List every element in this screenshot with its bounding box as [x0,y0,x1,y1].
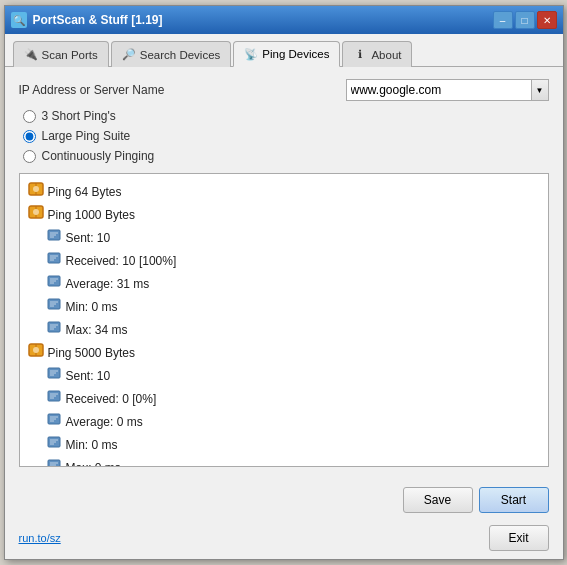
tab-ping[interactable]: 📡 Ping Devices [233,41,340,67]
tree-item-text: Min: 0 ms [66,436,118,454]
radio-large-ping-input[interactable] [23,130,36,143]
tree-item: Min: 0 ms [28,433,540,456]
tree-item: Received: 10 [100%] [28,249,540,272]
window-title: PortScan & Stuff [1.19] [33,13,163,27]
maximize-button[interactable]: □ [515,11,535,29]
tab-search[interactable]: 🔎 Search Devices [111,41,232,67]
radio-continuous-ping-input[interactable] [23,150,36,163]
tab-scan-label: Scan Ports [42,49,98,61]
stat-node-icon [46,250,62,271]
close-button[interactable]: ✕ [537,11,557,29]
start-button[interactable]: Start [479,487,549,513]
stat-node-icon [46,457,62,467]
tree-item: Max: 34 ms [28,318,540,341]
tabbar: 🔌 Scan Ports 🔎 Search Devices 📡 Ping Dev… [5,34,563,67]
titlebar: 🔍 PortScan & Stuff [1.19] – □ ✕ [5,6,563,34]
radio-continuous-ping-label: Continuously Pinging [42,149,155,163]
radio-short-ping[interactable]: 3 Short Ping's [23,109,549,123]
tree-item-text: Ping 5000 Bytes [48,344,135,362]
ping-node-icon [28,181,44,202]
minimize-button[interactable]: – [493,11,513,29]
radio-continuous-ping[interactable]: Continuously Pinging [23,149,549,163]
tree-item: Received: 0 [0%] [28,387,540,410]
tree-item-text: Ping 1000 Bytes [48,206,135,224]
stat-node-icon [46,227,62,248]
tree-item: Average: 31 ms [28,272,540,295]
tab-about[interactable]: ℹ About [342,41,412,67]
stat-node-icon [46,388,62,409]
tree-item-text: Min: 0 ms [66,298,118,316]
tab-about-label: About [371,49,401,61]
tree-item-text: Average: 31 ms [66,275,150,293]
main-content: IP Address or Server Name ▼ 3 Short Ping… [5,67,563,479]
tree-item: Ping 1000 Bytes [28,203,540,226]
bottom-bar: Save Start [5,479,563,521]
stat-node-icon [46,434,62,455]
svg-point-5 [33,209,39,215]
titlebar-left: 🔍 PortScan & Stuff [1.19] [11,12,163,28]
radio-short-ping-label: 3 Short Ping's [42,109,116,123]
ping-node-icon [28,342,44,363]
tab-search-label: Search Devices [140,49,221,61]
radio-group: 3 Short Ping's Large Ping Suite Continuo… [19,109,549,163]
tree-item: Max: 0 ms [28,456,540,467]
exit-button[interactable]: Exit [489,525,549,551]
tree-item-text: Received: 10 [100%] [66,252,177,270]
tree-item: Sent: 10 [28,226,540,249]
results-box: Ping 64 Bytes Ping 1000 Bytes Sent: 10 R… [19,173,549,467]
tree-item-text: Average: 0 ms [66,413,143,431]
tree-item-text: Sent: 10 [66,367,111,385]
stat-node-icon [46,319,62,340]
ip-row: IP Address or Server Name ▼ [19,79,549,101]
ip-combo: ▼ [346,79,549,101]
tree-item-text: Received: 0 [0%] [66,390,157,408]
ip-input[interactable] [346,79,531,101]
tree-item-text: Ping 64 Bytes [48,183,122,201]
tree-item: Average: 0 ms [28,410,540,433]
tree-item: Min: 0 ms [28,295,540,318]
svg-point-1 [33,186,39,192]
footer-link[interactable]: run.to/sz [19,532,61,544]
app-icon: 🔍 [11,12,27,28]
radio-short-ping-input[interactable] [23,110,36,123]
ping-tab-icon: 📡 [244,47,258,61]
stat-node-icon [46,296,62,317]
ping-node-icon [28,204,44,225]
search-tab-icon: 🔎 [122,48,136,62]
svg-point-29 [33,347,39,353]
tree-item: Sent: 10 [28,364,540,387]
stat-node-icon [46,273,62,294]
radio-large-ping[interactable]: Large Ping Suite [23,129,549,143]
tree-item-text: Max: 34 ms [66,321,128,339]
about-tab-icon: ℹ [353,48,367,62]
ip-dropdown-button[interactable]: ▼ [531,79,549,101]
tree-item-text: Sent: 10 [66,229,111,247]
radio-large-ping-label: Large Ping Suite [42,129,131,143]
tree-item-text: Max: 0 ms [66,459,121,468]
tree-item: Ping 64 Bytes [28,180,540,203]
scan-tab-icon: 🔌 [24,48,38,62]
stat-node-icon [46,411,62,432]
titlebar-controls: – □ ✕ [493,11,557,29]
tab-scan[interactable]: 🔌 Scan Ports [13,41,109,67]
ip-label: IP Address or Server Name [19,83,165,97]
save-button[interactable]: Save [403,487,473,513]
tree-item: Ping 5000 Bytes [28,341,540,364]
footer: run.to/sz Exit [5,521,563,559]
main-window: 🔍 PortScan & Stuff [1.19] – □ ✕ 🔌 Scan P… [4,5,564,560]
tab-ping-label: Ping Devices [262,48,329,60]
stat-node-icon [46,365,62,386]
